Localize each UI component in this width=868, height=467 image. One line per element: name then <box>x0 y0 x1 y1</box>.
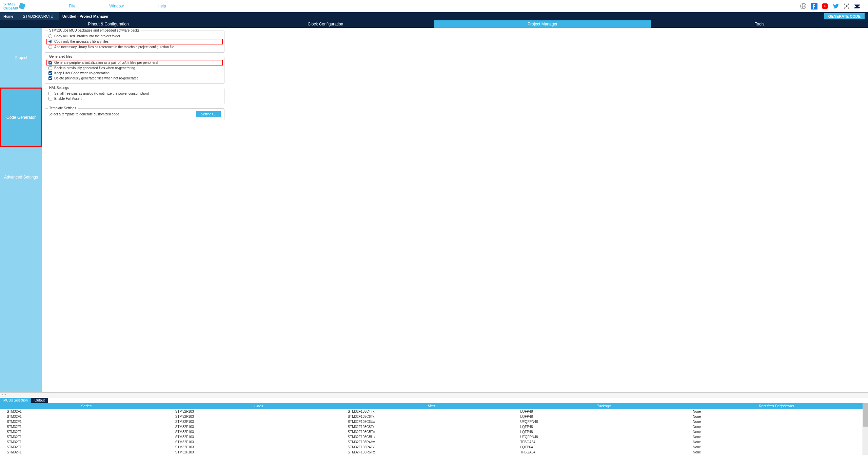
table-row[interactable]: STM32F1STM32F103STM32F103CBUxUFQFPN48Non… <box>0 434 863 440</box>
radio-add-reference[interactable] <box>48 45 52 49</box>
table-cell: None <box>690 434 863 440</box>
svg-point-15 <box>2 396 3 396</box>
st-logo-icon[interactable] <box>854 2 861 10</box>
opt-add-reference[interactable]: Add necessary library files as reference… <box>48 44 221 50</box>
table-cell: UFQFPN48 <box>517 419 690 424</box>
table-cell: UFQFPN48 <box>517 434 690 440</box>
table-row[interactable]: STM32F1STM32F103STM32F103C6TxLQFP48None <box>0 414 863 419</box>
logo-text2: CubeMX <box>3 6 18 10</box>
table-cell: None <box>690 419 863 424</box>
th-package[interactable]: Package <box>517 403 690 409</box>
menu-help[interactable]: Help <box>158 4 166 8</box>
table-cell: STM32F103 <box>173 450 345 455</box>
sidebar-item-project[interactable]: Project <box>0 28 42 88</box>
table-cell: None <box>690 414 863 419</box>
twitter-icon[interactable] <box>832 2 840 10</box>
svg-line-11 <box>847 6 849 8</box>
table-cell: STM32F103CBUx <box>345 434 518 440</box>
tab-tools[interactable]: Tools <box>651 20 868 28</box>
table-cell: STM32F103C4Tx <box>345 409 518 414</box>
scrollbar-thumb[interactable] <box>863 403 868 427</box>
th-mcu[interactable]: Mcu <box>345 403 518 409</box>
table-row[interactable]: STM32F1STM32F103STM32F103C8TxLQFP48None <box>0 424 863 429</box>
opt-copy-all[interactable]: Copy all used libraries into the project… <box>48 34 221 39</box>
th-peripherals[interactable]: Required Peripherals <box>690 403 863 409</box>
opt-keep-user[interactable]: Keep User Code when re-generating <box>48 71 221 76</box>
fieldset-packages: STM32Cube MCU packages and embedded soft… <box>45 31 224 53</box>
table-cell: STM32F103 <box>173 429 345 434</box>
menu-window[interactable]: Window <box>109 4 124 8</box>
world-icon[interactable] <box>800 2 807 10</box>
table-row[interactable]: STM32F1STM32F103STM32F103R4TxLQFP64None <box>0 445 863 450</box>
table-cell: STM32F103 <box>173 445 345 450</box>
table-cell: STM32F103 <box>173 414 345 419</box>
breadcrumb-chip[interactable]: STM32F103RCTx <box>19 12 59 20</box>
sidebar-item-code-generator[interactable]: Code Generator <box>0 88 42 147</box>
th-series[interactable]: Series <box>0 403 173 409</box>
facebook-icon[interactable] <box>810 2 818 10</box>
mcu-table: Series Lines Mcu Package Required Periph… <box>0 403 863 455</box>
panel-resize-handle[interactable] <box>0 392 868 398</box>
svg-point-13 <box>4 394 4 395</box>
table-cell: STM32F103 <box>173 419 345 424</box>
table-scrollbar[interactable] <box>863 403 868 455</box>
label-free-pins: Set all free pins as analog (to optimize… <box>54 92 149 95</box>
check-gen-peripheral[interactable] <box>48 61 52 64</box>
main-panel: STM32Cube MCU packages and embedded soft… <box>42 28 868 392</box>
opt-copy-necessary[interactable]: Copy only the necessary library files <box>46 39 223 44</box>
bottom-tab-mcus[interactable]: MCUs Selection <box>0 398 31 403</box>
sidebar-item-advanced[interactable]: Advanced Settings <box>0 147 42 207</box>
table-cell: STM32F1 <box>0 414 173 419</box>
label-backup: Backup previously generated files when r… <box>54 66 135 70</box>
table-row[interactable]: STM32F1STM32F103STM32F103C4TxLQFP48None <box>0 409 863 414</box>
table-row[interactable]: STM32F1STM32F103STM32F103R4HxTFBGA64None <box>0 440 863 445</box>
table-cell: STM32F103R4Tx <box>345 445 518 450</box>
tab-project-manager[interactable]: Project Manager <box>434 20 651 28</box>
st-community-icon[interactable] <box>843 2 850 10</box>
label-copy-necessary: Copy only the necessary library files <box>54 40 108 43</box>
breadcrumb-home[interactable]: Home <box>0 12 19 20</box>
svg-point-12 <box>2 394 3 395</box>
opt-delete-prev[interactable]: Delete previously generated files when n… <box>48 76 221 81</box>
table-row[interactable]: STM32F1STM32F103STM32F103R6HxTFBGA64None <box>0 450 863 455</box>
social-icons <box>800 2 868 10</box>
template-settings-button[interactable]: Settings... <box>196 111 221 117</box>
opt-backup[interactable]: Backup previously generated files when r… <box>48 66 221 71</box>
table-cell: None <box>690 445 863 450</box>
table-cell: None <box>690 424 863 429</box>
cube-icon <box>19 3 25 10</box>
table-cell: STM32F1 <box>0 409 173 414</box>
table-cell: STM32F1 <box>0 450 173 455</box>
youtube-icon[interactable] <box>821 2 829 10</box>
opt-gen-peripheral[interactable]: Generate peripheral initialization as a … <box>46 60 223 66</box>
th-lines[interactable]: Lines <box>173 403 345 409</box>
table-cell: STM32F103R6Hx <box>345 450 518 455</box>
bottom-tab-output[interactable]: Output <box>31 398 48 403</box>
svg-point-14 <box>5 394 6 395</box>
app-logo: STM32 CubeMX <box>0 2 28 10</box>
table-cell: STM32F1 <box>0 445 173 450</box>
opt-free-pins[interactable]: Set all free pins as analog (to optimize… <box>48 91 221 96</box>
table-cell: LQFP48 <box>517 414 690 419</box>
main-tabs: Pinout & Configuration Clock Configurati… <box>0 20 868 28</box>
tab-pinout[interactable]: Pinout & Configuration <box>0 20 217 28</box>
check-full-assert[interactable] <box>48 97 52 100</box>
table-cell: STM32F103 <box>173 409 345 414</box>
check-backup[interactable] <box>48 66 52 70</box>
menu-file[interactable]: File <box>69 4 75 8</box>
check-keep-user[interactable] <box>48 71 52 75</box>
generate-code-button[interactable]: GENERATE CODE <box>824 13 865 19</box>
check-delete-prev[interactable] <box>48 76 52 80</box>
label-copy-all: Copy all used libraries into the project… <box>54 34 120 38</box>
radio-copy-all[interactable] <box>48 34 52 38</box>
menu-items: File Window Help <box>69 4 166 8</box>
table-row[interactable]: STM32F1STM32F103STM32F103C6UxUFQFPN48Non… <box>0 419 863 424</box>
label-full-assert: Enable Full Assert <box>54 97 82 100</box>
opt-full-assert[interactable]: Enable Full Assert <box>48 96 221 101</box>
radio-copy-necessary[interactable] <box>48 40 52 43</box>
bottom-panel: MCUs Selection Output Series Lines Mcu P… <box>0 398 868 467</box>
svg-point-16 <box>4 396 4 396</box>
check-free-pins[interactable] <box>48 92 52 95</box>
tab-clock[interactable]: Clock Configuration <box>217 20 434 28</box>
table-row[interactable]: STM32F1STM32F103STM32F103CBTxLQFP48None <box>0 429 863 434</box>
